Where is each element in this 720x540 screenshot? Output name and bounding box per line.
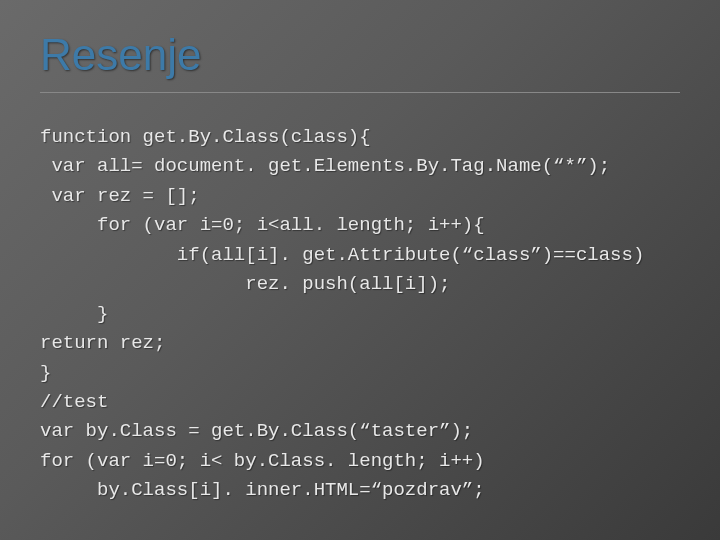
code-line: var all= document. get.Elements.By.Tag.N… (40, 155, 610, 177)
slide: Resenje function get.By.Class(class){ va… (0, 0, 720, 540)
code-line: rez. push(all[i]); (40, 273, 450, 295)
code-line: var rez = []; (40, 185, 200, 207)
code-line: if(all[i]. get.Attribute(“class”)==class… (40, 244, 644, 266)
code-line: by.Class[i]. inner.HTML=“pozdrav”; (40, 479, 485, 501)
code-line: for (var i=0; i<all. length; i++){ (40, 214, 485, 236)
code-line: } (40, 362, 51, 384)
code-line: var by.Class = get.By.Class(“taster”); (40, 420, 473, 442)
code-block: function get.By.Class(class){ var all= d… (40, 123, 680, 506)
slide-title: Resenje (40, 30, 680, 93)
code-line: } (40, 303, 108, 325)
code-line: //test (40, 391, 108, 413)
code-line: for (var i=0; i< by.Class. length; i++) (40, 450, 485, 472)
code-line: return rez; (40, 332, 165, 354)
code-line: function get.By.Class(class){ (40, 126, 371, 148)
